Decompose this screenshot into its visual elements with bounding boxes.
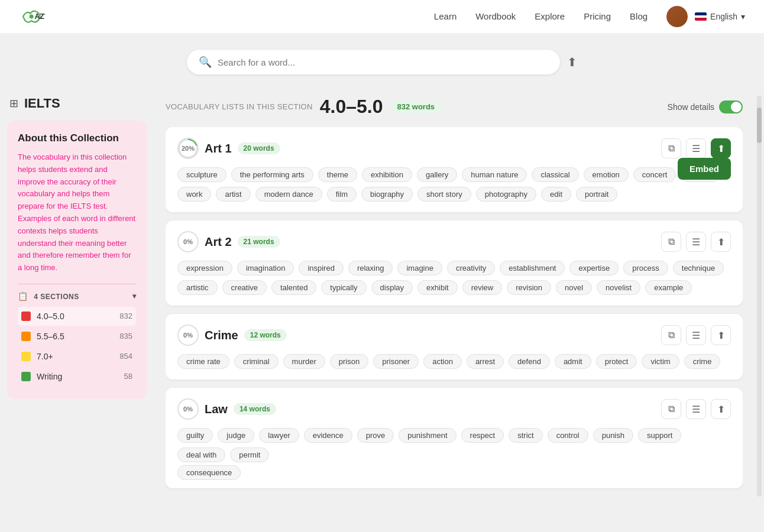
embed-popup[interactable]: Embed	[678, 158, 731, 180]
nav-wordbook[interactable]: Wordbook	[475, 11, 516, 21]
tag-work[interactable]: work	[177, 187, 211, 202]
nav-blog[interactable]: Blog	[630, 11, 648, 21]
tag-prove[interactable]: prove	[357, 428, 394, 443]
tag-novelist[interactable]: novelist	[597, 280, 640, 295]
tag-talented[interactable]: talented	[271, 280, 316, 295]
language-selector[interactable]: English ▾	[695, 12, 745, 21]
share-button[interactable]: ⬆	[567, 55, 577, 69]
tag-classical[interactable]: classical	[532, 167, 578, 182]
sidebar-item-40-50[interactable]: 4.0–5.0 832	[18, 307, 136, 326]
tag-permit[interactable]: permit	[230, 447, 269, 462]
tag-punishment[interactable]: punishment	[399, 428, 456, 443]
sidebar-item-70plus[interactable]: 7.0+ 854	[18, 347, 136, 366]
tag-concert[interactable]: concert	[633, 167, 676, 182]
tag-sculpture[interactable]: sculpture	[177, 167, 226, 182]
tag-example[interactable]: example	[645, 280, 692, 295]
tag-victim[interactable]: victim	[642, 354, 679, 369]
print-button-art1[interactable]: ☰	[686, 138, 706, 158]
share-button-crime[interactable]: ⬆	[711, 325, 731, 345]
tag-crime[interactable]: crime	[684, 354, 721, 369]
copy-button-law[interactable]: ⧉	[661, 399, 681, 419]
tag-typically[interactable]: typically	[321, 280, 366, 295]
nav-pricing[interactable]: Pricing	[584, 11, 611, 21]
tag-arrest[interactable]: arrest	[467, 354, 504, 369]
tag-prisoner[interactable]: prisoner	[373, 354, 419, 369]
tag-admit[interactable]: admit	[555, 354, 591, 369]
tag-revision[interactable]: revision	[507, 280, 551, 295]
tag-portrait[interactable]: portrait	[576, 187, 617, 202]
tag-lawyer[interactable]: lawyer	[259, 428, 299, 443]
chevron-down-icon[interactable]: ▾	[132, 292, 137, 300]
tag-human-nature[interactable]: human nature	[462, 167, 527, 182]
tag-emotion[interactable]: emotion	[584, 167, 629, 182]
tag-novel[interactable]: novel	[556, 280, 592, 295]
tag-deal-with[interactable]: deal with	[177, 447, 225, 462]
tag-biography[interactable]: biography	[361, 187, 413, 202]
tag-artistic[interactable]: artistic	[177, 280, 218, 295]
nav-explore[interactable]: Explore	[535, 11, 565, 21]
tag-criminal[interactable]: criminal	[234, 354, 279, 369]
tag-protect[interactable]: protect	[596, 354, 637, 369]
tag-strict[interactable]: strict	[509, 428, 542, 443]
tag-process[interactable]: process	[623, 261, 668, 275]
tag-photography[interactable]: photography	[476, 187, 536, 202]
share-button-law[interactable]: ⬆	[711, 399, 731, 419]
tag-technique[interactable]: technique	[673, 261, 724, 275]
search-section: 🔍 ⬆	[0, 33, 764, 84]
nav-learn[interactable]: Learn	[434, 11, 457, 21]
tag-judge[interactable]: judge	[218, 428, 254, 443]
tag-support[interactable]: support	[638, 428, 681, 443]
tag-relaxing[interactable]: relaxing	[348, 261, 393, 275]
tag-expertise[interactable]: expertise	[569, 261, 619, 275]
tag-gallery[interactable]: gallery	[417, 167, 457, 182]
tag-establishment[interactable]: establishment	[500, 261, 565, 275]
share-button-art2[interactable]: ⬆	[711, 232, 731, 252]
main-layout: ⊞ IELTS About this Collection The vocabu…	[0, 84, 764, 508]
copy-button-crime[interactable]: ⧉	[661, 325, 681, 345]
tag-crime-rate[interactable]: crime rate	[177, 354, 229, 369]
tag-action[interactable]: action	[423, 354, 462, 369]
tag-inspired[interactable]: inspired	[299, 261, 344, 275]
tag-edit[interactable]: edit	[541, 187, 571, 202]
tag-defend[interactable]: defend	[509, 354, 550, 369]
tag-film[interactable]: film	[327, 187, 357, 202]
logo[interactable]: AZVOCAB	[19, 6, 48, 27]
tag-short-story[interactable]: short story	[417, 187, 471, 202]
tag-punish[interactable]: punish	[593, 428, 633, 443]
show-details[interactable]: Show details	[668, 100, 743, 113]
tag-creative[interactable]: creative	[222, 280, 267, 295]
grid-menu-button[interactable]: ⊞	[9, 97, 18, 110]
tag-control[interactable]: control	[548, 428, 588, 443]
tag-imagine[interactable]: imagine	[397, 261, 442, 275]
tag-performing-arts[interactable]: the performing arts	[231, 167, 313, 182]
tag-guilty[interactable]: guilty	[177, 428, 213, 443]
progress-circle-art1: 20%	[177, 138, 199, 159]
copy-button-art2[interactable]: ⧉	[661, 232, 681, 252]
print-button-art2[interactable]: ☰	[686, 232, 706, 252]
tag-expression[interactable]: expression	[177, 261, 232, 275]
tag-creativity[interactable]: creativity	[447, 261, 495, 275]
copy-button-art1[interactable]: ⧉	[661, 138, 681, 158]
sidebar-item-writing[interactable]: Writing 58	[18, 367, 136, 386]
sidebar-item-55-65[interactable]: 5.5–6.5 835	[18, 327, 136, 346]
tag-murder[interactable]: murder	[283, 354, 325, 369]
tag-evidence[interactable]: evidence	[304, 428, 352, 443]
tag-review[interactable]: review	[462, 280, 503, 295]
print-button-crime[interactable]: ☰	[686, 325, 706, 345]
tag-artist[interactable]: artist	[216, 187, 250, 202]
tag-theme[interactable]: theme	[318, 167, 357, 182]
tag-display[interactable]: display	[371, 280, 413, 295]
tag-prison[interactable]: prison	[330, 354, 368, 369]
tag-exhibit[interactable]: exhibit	[417, 280, 458, 295]
show-details-toggle[interactable]	[719, 100, 743, 113]
search-input[interactable]	[218, 57, 548, 67]
tag-exhibition[interactable]: exhibition	[362, 167, 412, 182]
avatar[interactable]	[666, 6, 688, 27]
tag-respect[interactable]: respect	[461, 428, 504, 443]
tag-list-crime: crime rate criminal murder prison prison…	[177, 354, 731, 369]
scrollbar[interactable]	[757, 96, 762, 497]
print-button-law[interactable]: ☰	[686, 399, 706, 419]
tag-imagination[interactable]: imagination	[237, 261, 294, 275]
tag-modern-dance[interactable]: modern dance	[255, 187, 322, 202]
tag-consequence[interactable]: consequence	[177, 465, 241, 480]
